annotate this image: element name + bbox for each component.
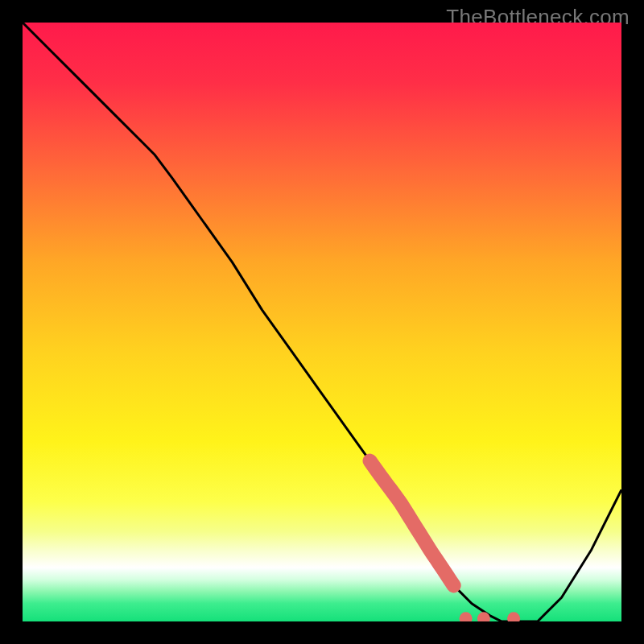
chart-svg	[23, 23, 621, 621]
chart-frame: TheBottleneck.com	[0, 0, 644, 644]
plot-area	[23, 23, 621, 621]
